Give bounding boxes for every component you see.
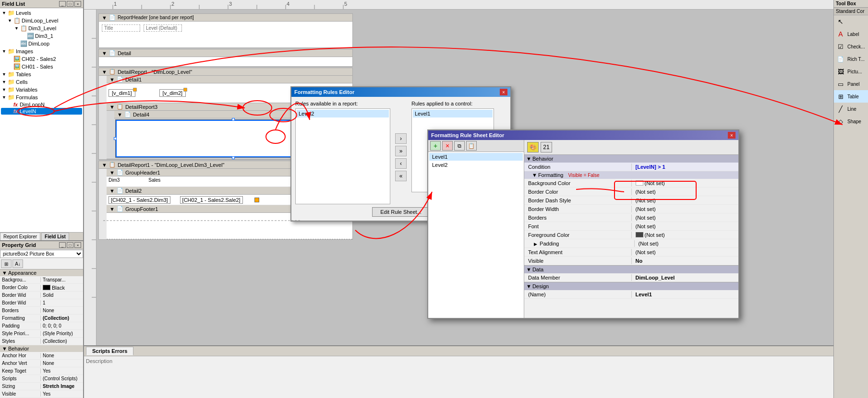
- tree-item-variables[interactable]: ▼ 📁 Variables: [1, 86, 82, 94]
- rse-delete-btn[interactable]: ×: [442, 141, 453, 151]
- rsp-bgcolor-value[interactable]: (Not set): [632, 180, 739, 187]
- toolbox-item-picture[interactable]: 🖼 Pictu...: [834, 65, 868, 78]
- move-left-btn[interactable]: ‹: [395, 158, 407, 169]
- ruler-vertical: [84, 10, 96, 345]
- fre-titlebar[interactable]: Formatting Rules Editor ×: [291, 87, 510, 97]
- tree-item-tables[interactable]: ▼ 📁 Tables: [1, 70, 82, 78]
- rsp-name-label: (Name): [524, 291, 632, 298]
- tree-item-leveln[interactable]: fx LevelN: [1, 108, 82, 115]
- move-left-all-btn[interactable]: «: [395, 171, 407, 181]
- prop-section-appearance[interactable]: ▼Appearance: [0, 269, 83, 276]
- prop-value-padding[interactable]: 0; 0; 0; 0: [41, 323, 83, 328]
- applied-rule-level1[interactable]: Level1: [413, 110, 493, 117]
- prop-value-formatting[interactable]: (Collection): [41, 316, 83, 321]
- pg-minimize-btn[interactable]: _: [59, 242, 66, 248]
- prop-value-borderwidth2[interactable]: 1: [41, 300, 83, 305]
- rse-sort-icon[interactable]: 21: [541, 142, 552, 152]
- vdim1-field[interactable]: [v_dim1]: [108, 89, 135, 97]
- scripts-errors-tab[interactable]: Scripts Errors: [86, 347, 133, 355]
- rsp-padding-value[interactable]: (Not set): [635, 240, 739, 247]
- prop-value-sizing[interactable]: Stretch Image: [41, 384, 83, 389]
- band-content-reportheader[interactable]: Title Level (Default): [98, 22, 353, 48]
- prop-value-styles[interactable]: (Collection): [41, 339, 83, 344]
- pg-maximize-btn[interactable]: □: [67, 242, 73, 248]
- prop-sort-alpha-btn[interactable]: A↓: [12, 259, 23, 268]
- rse-titlebar[interactable]: Formatting Rule Sheet Editor ×: [428, 130, 738, 140]
- available-rules-list[interactable]: Level2: [295, 108, 390, 204]
- rse-rule-list: Level1 Level2: [428, 152, 524, 318]
- toolbox-title: Tool Box: [834, 0, 868, 8]
- fre-close-btn[interactable]: ×: [500, 89, 507, 95]
- rse-add-btn[interactable]: +: [430, 141, 441, 151]
- rsp-textalign-value[interactable]: (Not set): [632, 249, 739, 256]
- rsp-borderdash-value[interactable]: (Not set): [632, 197, 739, 204]
- prop-value-bordercolor[interactable]: Black: [41, 285, 83, 291]
- move-right-btn[interactable]: ›: [395, 133, 407, 144]
- toolbox-item-richtext[interactable]: 📄 Rich T...: [834, 53, 868, 65]
- rsp-font-value[interactable]: (Not set): [632, 223, 739, 230]
- rse-close-btn[interactable]: ×: [728, 132, 735, 139]
- rsp-borderwidth-value[interactable]: (Not set): [632, 206, 739, 212]
- rse-rule-level2[interactable]: Level2: [429, 161, 523, 169]
- prop-sort-category-btn[interactable]: ⊞: [1, 259, 12, 268]
- prop-row-scripts: Scripts (Control Scripts): [0, 375, 83, 383]
- rsp-bordercolor-value[interactable]: (Not set): [632, 188, 739, 195]
- maximize-btn[interactable]: □: [67, 1, 73, 7]
- tree-item-levels[interactable]: ▼ 📁 Levels: [1, 9, 82, 17]
- edit-rule-sheet-btn[interactable]: Edit Rule Sheet...: [372, 207, 430, 217]
- tree-item-images[interactable]: ▼ 📁 Images: [1, 47, 82, 55]
- prop-value-borderstyle[interactable]: Solid: [41, 293, 83, 298]
- ch02-dim3-field[interactable]: [CH02_1 - Sales2.Dim3]: [108, 196, 170, 204]
- minimize-btn[interactable]: _: [59, 1, 66, 7]
- prop-value-stylepriority[interactable]: (Style Priority): [41, 331, 83, 336]
- tab-field-list[interactable]: Field List: [41, 233, 69, 240]
- prop-value-background[interactable]: Transpar...: [41, 277, 83, 282]
- rsp-visible-value[interactable]: No: [632, 258, 739, 264]
- tree-item-dimloop[interactable]: 🔤 DimLoop: [1, 40, 82, 47]
- tree-item-ch02[interactable]: 🖼️ CH02 - Sales2: [1, 55, 82, 63]
- prop-section-behavior[interactable]: ▼Behavior: [0, 345, 83, 352]
- rsp-condition-value[interactable]: [LevelN] > 1: [632, 164, 739, 170]
- toolbox-item-pointer[interactable]: ↖: [834, 15, 868, 28]
- tree-item-dimloop-level[interactable]: ▼ 📋 DimLoop_Level: [1, 17, 82, 24]
- prop-value-visible[interactable]: Yes: [41, 391, 83, 397]
- toolbox-item-checkbox[interactable]: ☑ Check...: [834, 40, 868, 53]
- prop-value-keeptogether[interactable]: Yes: [41, 368, 83, 374]
- rsp-name-value[interactable]: Level1: [632, 291, 739, 298]
- rse-copy-btn[interactable]: ⧉: [454, 141, 465, 151]
- tree-item-dim3-1[interactable]: 🔤 Dim3_1: [1, 32, 82, 40]
- toolbox-item-line[interactable]: ╱ Line: [834, 103, 868, 115]
- rsp-formatting-section[interactable]: ▼Formatting Visible = False: [524, 171, 738, 179]
- rsp-borders-value[interactable]: (Not set): [632, 214, 739, 221]
- toolbox-item-label[interactable]: A Label: [834, 28, 868, 40]
- vdim2-field[interactable]: [v_dim2]: [159, 89, 186, 97]
- rsp-datamember-value[interactable]: DimLoop_Level: [632, 274, 739, 281]
- property-object-selector[interactable]: pictureBox2 Picture Box: [0, 250, 83, 258]
- rse-color-icon[interactable]: 🎨: [527, 142, 539, 152]
- toolbox-item-table[interactable]: ⊞ Table: [834, 90, 868, 103]
- tree-item-cells[interactable]: ▼ 📁 Cells: [1, 78, 82, 86]
- tree-item-formulas[interactable]: ▼ 📁 Formulas: [1, 94, 82, 101]
- close-btn[interactable]: ×: [74, 1, 81, 7]
- prop-value-scripts[interactable]: (Control Scripts): [41, 376, 83, 381]
- rsp-fgcolor-value[interactable]: (Not set): [632, 232, 739, 238]
- band-icon: 📄: [109, 14, 116, 21]
- toolbox-item-shape[interactable]: ◇ Shape: [834, 115, 868, 128]
- toolbox-item-panel[interactable]: ▭ Panel: [834, 78, 868, 90]
- rse-rule-level1[interactable]: Level1: [429, 153, 523, 161]
- rse-paste-btn[interactable]: 📋: [466, 141, 477, 151]
- tab-report-explorer[interactable]: Report Explorer: [0, 233, 40, 240]
- tree-item-dimloopn[interactable]: fx DimLoopN: [1, 101, 82, 108]
- rsp-data-section: ▼Data: [524, 265, 738, 273]
- prop-value-anchorvert[interactable]: None: [41, 361, 83, 366]
- prop-value-borders[interactable]: None: [41, 308, 83, 313]
- tree-item-dim3-level[interactable]: ▼ 📋 Dim3_Level: [1, 24, 82, 32]
- band-content-detail[interactable]: [98, 57, 353, 67]
- pg-close-btn[interactable]: ×: [74, 242, 81, 248]
- move-right-all-btn[interactable]: »: [395, 146, 407, 156]
- available-rule-level2[interactable]: Level2: [297, 110, 389, 117]
- toolbox-section-header[interactable]: Standard Cor: [834, 8, 868, 15]
- tree-item-ch01[interactable]: 🖼️ CH01 - Sales: [1, 63, 82, 70]
- ch02-sales2-field[interactable]: [CH02_1 - Sales2.Sale2]: [180, 196, 243, 204]
- prop-value-anchorhor[interactable]: None: [41, 353, 83, 358]
